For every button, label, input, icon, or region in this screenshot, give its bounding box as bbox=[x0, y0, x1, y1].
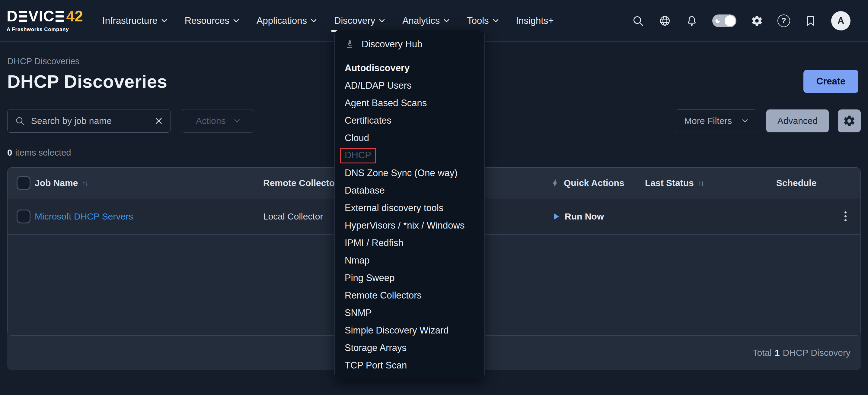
menu-item-discovery-hub[interactable]: Discovery Hub bbox=[335, 34, 485, 55]
menu-item-ping-sweep[interactable]: Ping Sweep bbox=[335, 269, 485, 287]
page-title: DHCP Discoveries bbox=[7, 71, 167, 92]
logo-letter: D bbox=[7, 9, 18, 24]
clear-icon[interactable] bbox=[154, 117, 163, 125]
column-header-quick-actions: Quick Actions bbox=[551, 178, 645, 188]
menu-item-nmap[interactable]: Nmap bbox=[335, 252, 485, 269]
discovery-dropdown-menu: Discovery Hub Autodiscovery AD/LDAP User… bbox=[334, 30, 485, 379]
breadcrumb[interactable]: DHCP Discoveries bbox=[7, 56, 80, 66]
menu-item-ad-ldap-users[interactable]: AD/LDAP Users bbox=[335, 77, 485, 94]
chevron-down-icon bbox=[742, 119, 748, 123]
chevron-down-icon bbox=[379, 19, 385, 23]
logo-letter: VIC bbox=[28, 9, 54, 24]
row-checkbox-cell bbox=[7, 209, 35, 224]
create-button[interactable]: Create bbox=[803, 70, 858, 93]
search-input[interactable] bbox=[31, 116, 148, 126]
menu-divider bbox=[335, 57, 485, 57]
chevron-down-icon bbox=[233, 19, 239, 23]
sort-icon[interactable] bbox=[698, 179, 704, 187]
play-icon bbox=[551, 212, 560, 221]
job-name-link[interactable]: Microsoft DHCP Servers bbox=[35, 211, 133, 222]
lightning-icon bbox=[551, 179, 560, 187]
search-box bbox=[7, 109, 171, 133]
row-checkbox[interactable] bbox=[17, 209, 30, 224]
nav-item-applications[interactable]: Applications bbox=[256, 15, 317, 26]
run-now-button[interactable]: Run Now bbox=[551, 211, 604, 222]
globe-icon[interactable] bbox=[658, 14, 671, 27]
toolbar-right: More Filters Advanced bbox=[675, 109, 861, 132]
sort-icon[interactable] bbox=[82, 179, 88, 187]
menu-item-dhcp[interactable]: DHCP bbox=[335, 147, 485, 164]
device42-logo[interactable]: D VIC 42 A Freshworks Company bbox=[7, 9, 83, 33]
nav-icon-group: A bbox=[632, 11, 850, 30]
menu-item-snmp[interactable]: SNMP bbox=[335, 304, 485, 322]
kebab-icon[interactable] bbox=[843, 209, 848, 223]
chevron-down-icon bbox=[311, 19, 317, 23]
avatar[interactable]: A bbox=[831, 11, 850, 30]
header-checkbox-cell bbox=[7, 176, 35, 190]
nav-links: Infrastructure Resources Applications Di… bbox=[102, 15, 554, 26]
moon-icon bbox=[714, 17, 722, 25]
menu-item-cloud[interactable]: Cloud bbox=[335, 129, 485, 147]
menu-item-external-discovery-tools[interactable]: External discovery tools bbox=[335, 199, 485, 217]
menu-item-hypervisors-nix-windows[interactable]: HyperVisors / *nix / Windows bbox=[335, 217, 485, 234]
select-all-checkbox[interactable] bbox=[17, 176, 30, 190]
nav-item-tools[interactable]: Tools bbox=[467, 15, 498, 26]
menu-item-database[interactable]: Database bbox=[335, 182, 485, 199]
logo-e-glyph bbox=[56, 11, 64, 22]
app-screen: D VIC 42 A Freshworks Company Infrastruc… bbox=[0, 0, 868, 395]
logo-wordmark: D VIC 42 bbox=[7, 9, 83, 24]
chevron-down-icon bbox=[161, 19, 167, 23]
bookmark-icon[interactable] bbox=[804, 14, 817, 27]
microscope-icon bbox=[345, 39, 355, 50]
row-actions-cell bbox=[776, 209, 861, 223]
menu-item-certificates[interactable]: Certificates bbox=[335, 112, 485, 129]
menu-item-remote-collectors[interactable]: Remote Collectors bbox=[335, 287, 485, 304]
menu-item-dns-zone-sync[interactable]: DNS Zone Sync (One way) bbox=[335, 164, 485, 182]
more-filters-button[interactable]: More Filters bbox=[675, 109, 757, 132]
total-count: 1 bbox=[775, 348, 780, 358]
search-icon[interactable] bbox=[632, 14, 644, 27]
help-icon[interactable] bbox=[777, 14, 790, 27]
nav-item-discovery[interactable]: Discovery bbox=[334, 15, 385, 26]
toggle-knob bbox=[725, 15, 736, 26]
search-icon bbox=[15, 116, 25, 126]
column-header-last-status[interactable]: Last Status bbox=[645, 178, 776, 188]
advanced-button[interactable]: Advanced bbox=[766, 109, 829, 132]
actions-button[interactable]: Actions bbox=[182, 109, 254, 133]
chevron-down-icon bbox=[493, 19, 499, 23]
menu-item-tcp-port-scan[interactable]: TCP Port Scan bbox=[335, 357, 485, 374]
settings-icon[interactable] bbox=[751, 14, 763, 27]
chevron-down-icon bbox=[234, 119, 240, 123]
dhcp-highlight-box: DHCP bbox=[340, 148, 376, 163]
logo-42: 42 bbox=[66, 9, 83, 24]
column-header-job-name[interactable]: Job Name bbox=[35, 178, 263, 188]
menu-item-storage-arrays[interactable]: Storage Arrays bbox=[335, 339, 485, 357]
menu-item-agent-based-scans[interactable]: Agent Based Scans bbox=[335, 94, 485, 112]
logo-e-glyph bbox=[19, 11, 27, 22]
nav-item-insights[interactable]: Insights+ bbox=[516, 15, 554, 26]
nav-item-analytics[interactable]: Analytics bbox=[402, 15, 450, 26]
menu-item-ipmi-redfish[interactable]: IPMI / Redfish bbox=[335, 234, 485, 252]
logo-tagline: A Freshworks Company bbox=[7, 27, 83, 33]
notifications-icon[interactable] bbox=[685, 14, 698, 27]
column-header-schedule: Schedule bbox=[776, 178, 861, 188]
gear-icon bbox=[843, 114, 856, 127]
menu-section-autodiscovery: Autodiscovery bbox=[335, 59, 485, 77]
selection-count: 0 bbox=[7, 148, 12, 157]
nav-item-infrastructure[interactable]: Infrastructure bbox=[102, 15, 167, 26]
chevron-down-icon bbox=[444, 19, 450, 23]
table-settings-button[interactable] bbox=[838, 109, 861, 132]
nav-item-resources[interactable]: Resources bbox=[185, 15, 239, 26]
theme-toggle[interactable] bbox=[712, 14, 736, 27]
menu-item-simple-discovery-wizard[interactable]: Simple Discovery Wizard bbox=[335, 322, 485, 339]
